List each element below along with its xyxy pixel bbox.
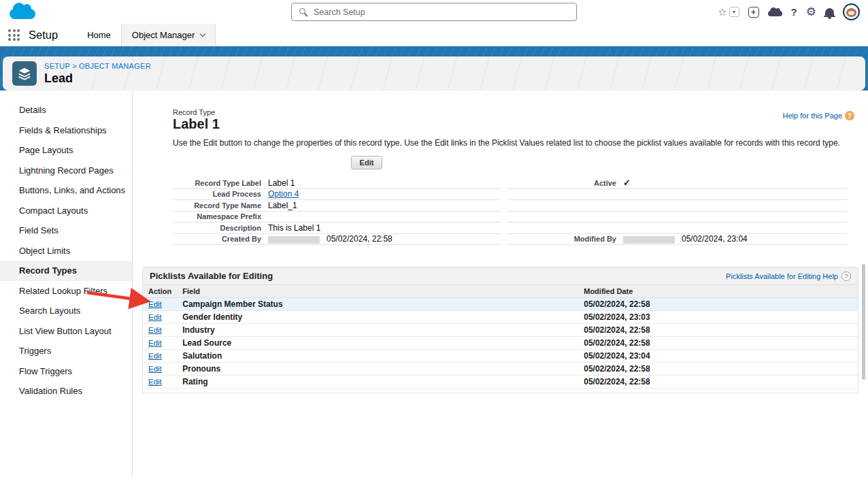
detail-row-empty [507,189,848,201]
sidebar-item-compact-layouts[interactable]: Compact Layouts [0,201,132,221]
picklists-title: Picklists Available for Editing [150,271,273,281]
intro-text: Use the Edit button to change the proper… [173,138,858,148]
sidebar-item-search-layouts[interactable]: Search Layouts [0,301,132,321]
field-label: Created By [173,235,268,243]
picklist-modified-date: 05/02/2024, 22:58 [578,324,858,337]
setup-gear-icon[interactable]: ⚙ [806,6,816,18]
sidebar-item-related-lookup-filters[interactable]: Related Lookup Filters [0,281,132,301]
breadcrumb-setup[interactable]: SETUP [44,62,70,70]
favorites-dropdown-icon[interactable]: ▾ [729,7,739,17]
edit-link-pronouns[interactable]: Edit [148,365,162,373]
table-row: Edit Salutation 05/02/2024, 23:04 [143,350,858,363]
lead-process-link[interactable]: Option 4 [268,189,299,199]
picklist-field-name: Lead Source [177,337,578,350]
detail-row: Lead Process Option 4 [173,189,501,201]
field-label: Description [173,224,268,232]
sidebar-item-buttons-links-actions[interactable]: Buttons, Links, and Actions [0,180,132,201]
global-search [291,3,577,21]
field-label: Active [507,179,623,187]
global-actions-icon[interactable]: + [748,7,759,18]
page-title: Label 1 [173,116,858,131]
setup-navbar: Setup Home Object Manager [0,24,868,46]
sidebar-item-field-sets[interactable]: Field Sets [0,220,132,241]
field-label: Modified By [507,235,623,243]
help-icon[interactable]: ? [791,6,797,18]
sidebar-item-flow-triggers[interactable]: Flow Triggers [0,361,132,382]
field-label: Record Type Label [173,179,268,187]
edit-link-lead-source[interactable]: Edit [148,339,162,347]
table-row: Edit Gender Identity 05/02/2024, 23:03 [143,311,858,324]
active-checkmark-icon: ✓ [623,178,848,188]
column-header-action: Action [143,285,177,298]
sidebar-item-triggers[interactable]: Triggers [0,341,132,361]
picklist-modified-date: 05/02/2024, 22:58 [578,363,858,376]
favorites-combo: ☆ ▾ [718,7,739,17]
record-type-main: Help for this Page ? Record Type Label 1… [133,91,868,477]
field-label: Record Type Name [173,201,268,210]
vertical-scrollbar[interactable] [862,264,865,380]
field-label: Lead Process [173,190,268,198]
tab-home[interactable]: Home [77,24,121,46]
record-type-detail: Record Type Label Label 1 Lead Process O… [173,178,858,245]
picklist-field-name: Pronouns [177,363,578,376]
record-type-eyebrow: Record Type [173,108,858,116]
picklists-related-list: Picklists Available for Editing Picklist… [142,267,858,393]
guidance-center-icon[interactable] [768,11,782,16]
search-input[interactable] [291,3,577,21]
user-avatar[interactable] [843,3,860,20]
modified-date: 05/02/2024, 23:04 [682,234,748,244]
picklist-field-name: Salutation [177,350,578,363]
column-header-modified-date: Modified Date [578,285,858,298]
detail-row: Namespace Prefix [173,212,501,223]
picklist-field-name: Campaign Member Status [177,298,578,311]
picklists-help-link[interactable]: Picklists Available for Editing Help ? [726,272,851,281]
picklist-field-name: Rating [177,376,578,389]
sidebar-item-lightning-record-pages[interactable]: Lightning Record Pages [0,161,132,181]
redacted-user-name [268,236,320,244]
sidebar-item-details[interactable]: Details [0,100,132,120]
object-banner: SETUP>OBJECT MANAGER Lead [3,56,865,91]
object-title: Lead [44,71,151,86]
table-row: Edit Rating 05/02/2024, 22:58 [143,376,858,389]
modified-by-value: 05/02/2024, 23:04 [623,234,848,244]
detail-row: Modified By 05/02/2024, 23:04 [507,234,848,246]
app-name: Setup [29,29,58,42]
edit-link-gender-identity[interactable]: Edit [148,313,162,321]
table-row: Edit Pronouns 05/02/2024, 22:58 [143,363,858,376]
sidebar-item-page-layouts[interactable]: Page Layouts [0,140,132,161]
edit-link-rating[interactable]: Edit [148,378,162,386]
table-row: Edit Campaign Member Status 05/02/2024, … [143,298,858,311]
search-icon [299,8,305,14]
field-value: This is Label 1 [268,223,501,233]
global-header: ☆ ▾ + ? ⚙ [0,0,868,24]
sidebar-item-validation-rules[interactable]: Validation Rules [0,381,132,401]
tab-object-manager[interactable]: Object Manager [121,24,216,46]
column-header-field: Field [177,285,578,298]
sidebar-item-fields-relationships[interactable]: Fields & Relationships [0,120,132,141]
edit-link-industry[interactable]: Edit [148,326,162,334]
detail-row: Created By 05/02/2024, 22:58 [173,234,501,246]
picklist-modified-date: 05/02/2024, 23:03 [578,311,858,324]
table-row: Edit Lead Source 05/02/2024, 22:58 [143,337,858,350]
detail-row: Record Type Label Label 1 [173,178,501,189]
picklist-field-name: Industry [177,324,578,337]
edit-link-campaign-member-status[interactable]: Edit [148,300,162,308]
notifications-bell-icon[interactable] [825,8,834,16]
sidebar-item-object-limits[interactable]: Object Limits [0,241,132,261]
breadcrumb-object-manager[interactable]: OBJECT MANAGER [79,62,151,70]
help-for-this-page-link[interactable]: Help for this Page ? [783,111,854,120]
detail-row-empty [507,212,848,223]
sidebar-item-list-view-button-layout[interactable]: List View Button Layout [0,321,132,342]
app-launcher-icon[interactable] [8,29,20,41]
table-row: Edit Industry 05/02/2024, 22:58 [143,324,858,337]
detail-row-empty [507,223,848,234]
edit-link-salutation[interactable]: Edit [148,352,162,360]
sidebar-item-record-types[interactable]: Record Types [0,261,132,281]
table-header-row: Action Field Modified Date [143,285,858,298]
edit-button[interactable]: Edit [351,156,383,169]
chevron-down-icon [200,31,205,37]
object-manager-icon [12,61,37,86]
favorites-star-icon[interactable]: ☆ [718,7,727,17]
content-area: Details Fields & Relationships Page Layo… [0,91,868,477]
created-date: 05/02/2024, 22:58 [327,234,393,244]
